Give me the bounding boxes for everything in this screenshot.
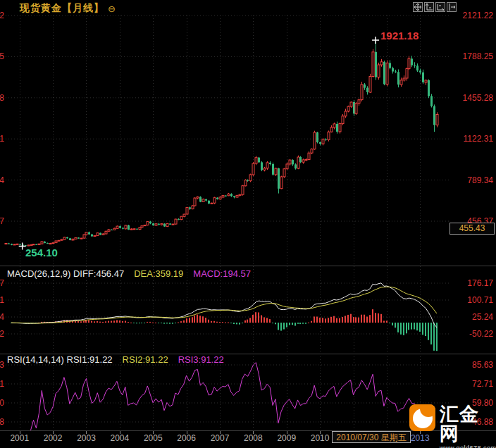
x-axis-year-label: 2001 [10,433,29,443]
axis-label: 176.17 [0,278,4,288]
axis-label: 2121.22 [463,11,493,20]
rsi1-value: RSI(14,14,14) RSI1:91.22 [7,354,113,365]
axis-label: 72.71 [0,379,4,389]
chart-toolbar [413,2,457,12]
axis-label: 2121.22 [0,11,4,20]
y-axis-scale-icon[interactable] [424,2,434,12]
axis-label: 789.34 [0,175,4,185]
x-axis-scale-icon[interactable] [435,2,445,12]
macd-dea-value: DEA:359.19 [134,268,183,279]
axis-label: 1455.28 [463,93,493,103]
axis-label: 85.63 [472,360,493,370]
rsi-header: RSI(14,14,14) RSI1:91.22 RSI2:91.22 RSI3… [7,354,224,365]
axis-label: 1455.28 [0,93,4,103]
axis-label: 85.63 [0,360,4,370]
site-url: www.gold678.com [440,444,496,448]
axis-label: 1788.25 [463,51,493,61]
x-axis-year-label: 2002 [44,433,63,443]
macd-macd-value: MACD:194.57 [193,268,251,279]
axis-label: 1122.31 [0,134,4,144]
rsi2-value: RSI2:91.22 [123,354,168,365]
candlesticks [5,40,438,246]
axis-label: 176.17 [467,278,493,288]
collapse-icon[interactable]: ⊖ [108,4,116,13]
crosshair-date-box: 2010/07/30 星期五 [332,431,411,443]
x-axis-year-label: 2004 [111,433,130,443]
macd-diff-value: MACD(26,12,9) DIFF:456.47 [7,268,124,279]
axis-label: 100.71 [467,295,493,305]
chart-title: 现货黄金【月线】 [20,2,104,15]
high-price-annotation: 1921.18 [380,30,418,42]
pane-separator [0,266,496,266]
axis-label: 59.80 [0,398,4,408]
shift-right-icon[interactable] [447,2,457,12]
axis-label: 1788.25 [0,51,4,61]
x-axis-year-label: 2005 [144,433,163,443]
site-watermark: 汇金网 www.gold678.com [409,404,496,448]
x-axis-year-label: 2008 [244,433,263,443]
crosshair-price-box: 455.43 [450,223,495,235]
axis-label: 46.88 [0,417,4,427]
macd-indicator [11,283,438,351]
axis-label: 456.37 [0,216,4,226]
low-price-annotation: 254.10 [25,247,58,259]
x-axis-year-label: 2006 [177,433,196,443]
huijin-logo-icon [409,404,435,431]
chart-plot-area[interactable] [0,0,496,448]
rsi3-value: RSI3:91.22 [178,354,224,365]
macd-header: MACD(26,12,9) DIFF:456.47 DEA:359.19 MAC… [7,268,251,279]
axis-label: 100.71 [0,295,4,305]
axis-label: 25.24 [472,312,493,322]
x-axis-year-label: 2007 [211,433,230,443]
axis-label: 1122.31 [464,134,494,144]
axis-label: 789.34 [467,175,493,185]
x-axis-year-label: 2009 [277,433,296,443]
axis-label: -50.22 [0,329,4,339]
site-name: 汇金网 [440,404,496,444]
x-axis-year-label: 2003 [77,433,96,443]
axis-label: -50.22 [469,329,493,339]
x-axis-year-label: 2010 [311,433,330,443]
high-low-markers [19,37,379,249]
axis-label: 25.24 [0,312,4,322]
pan-tool-icon[interactable] [413,2,423,12]
chart-window: 现货黄金【月线】 ⊖ 1921.18 254.10 455.43 MACD(26… [0,0,496,448]
axis-label: 72.71 [472,379,493,389]
